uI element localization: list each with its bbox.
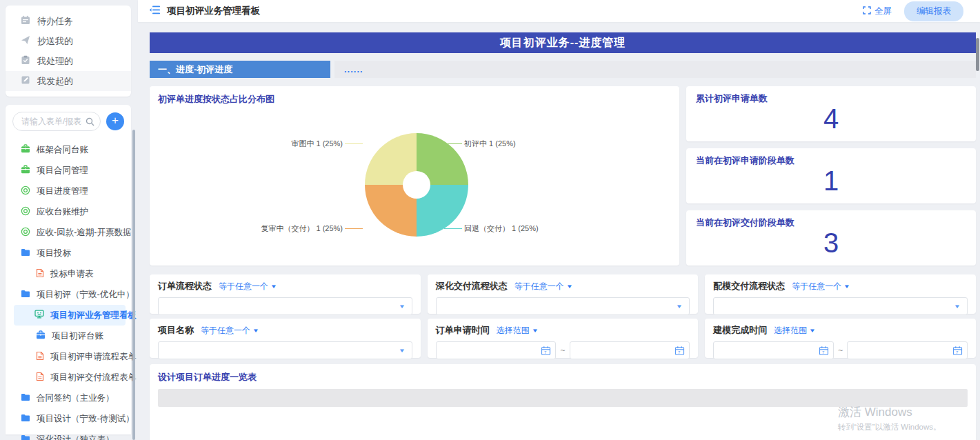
tree-item-label: 项目进度管理 (37, 186, 88, 197)
tree-item-label: 项目投标 (37, 248, 71, 259)
tree-item-initial-eval-ledger[interactable]: 项目初评台账 (6, 326, 131, 346)
leader-line (444, 143, 462, 144)
date-input-end[interactable]: 7 (847, 341, 968, 359)
chevron-down-icon: ▼ (566, 283, 572, 290)
filter-operator[interactable]: 等于任意一个▼ (219, 281, 277, 292)
stat-value: 1 (696, 164, 966, 197)
chart-title: 初评单进度按状态占比分布图 (158, 93, 671, 106)
date-input-end[interactable]: 7 (570, 341, 690, 359)
tree-item-label: 框架合同台账 (37, 144, 88, 156)
range-separator: ~ (560, 346, 565, 355)
date-input-start[interactable]: 7 (436, 341, 557, 359)
dashboard-icon (34, 310, 44, 321)
filter-operator[interactable]: 等于任意一个▼ (514, 281, 572, 292)
sidebar-item-cc-to-me[interactable]: 抄送我的 (6, 31, 131, 51)
section-tabs: 一、进度-初评进度 ...... (150, 61, 976, 78)
stat-value: 4 (696, 102, 966, 135)
tree-item-label: 应收台账维护 (37, 206, 88, 218)
dashboard-banner-title: 项目初评业务--进度管理 (150, 32, 976, 53)
chevron-down-icon: ▼ (954, 303, 961, 310)
tree-item-receivable-data[interactable]: 应收-回款-逾期-开票数据 (6, 222, 131, 243)
sidebar-item-label: 抄送我的 (37, 35, 73, 48)
target-icon (21, 206, 30, 218)
sidebar-item-started-by-me[interactable]: 我发起的 (6, 71, 131, 91)
tree-item-project-design-folder[interactable]: 项目设计（宁致-待测试） (6, 408, 131, 429)
tree-item-project-bidding-folder[interactable]: 项目投标 (6, 243, 131, 263)
svg-text:7: 7 (822, 350, 825, 354)
main-area: 项目初评业务管理看板 全屏 编辑报表 项目初评业务--进度管理 一、进度-初评进… (138, 0, 980, 440)
sidebar-tree: 框架合同台账 项目合同管理 项目进度管理 应收台账维护 应收-回款-逾期-开票数… (6, 139, 131, 440)
mold-delivery-status-select[interactable]: ▼ (713, 297, 968, 315)
topbar: 项目初评业务管理看板 全屏 编辑报表 (138, 0, 980, 22)
tree-item-initial-eval-apply-form[interactable]: 项目初评申请流程表单 (6, 346, 131, 367)
leader-line (345, 228, 363, 229)
order-flow-status-select[interactable]: ▼ (158, 297, 412, 315)
edit-report-button[interactable]: 编辑报表 (904, 1, 963, 21)
folder-icon (21, 248, 30, 259)
svg-text:7: 7 (956, 350, 959, 354)
clipboard-check-icon (21, 55, 30, 67)
svg-text:7: 7 (678, 350, 681, 354)
order-progress-table-card: 设计项目订单进度一览表 (150, 364, 976, 440)
stat-card-in-application-stage: 当前在初评申请阶段单数 1 (686, 148, 976, 203)
tree-item-clipped-folder[interactable]: 深化设计（独立表） (6, 429, 131, 440)
filter-project-name: 项目名称 等于任意一个▼ ▼ (150, 319, 421, 358)
stat-card-in-delivery-stage: 当前在初评交付阶段单数 3 (686, 210, 976, 266)
target-icon (21, 227, 30, 239)
deepen-delivery-status-select[interactable]: ▼ (436, 297, 690, 315)
tree-item-label: 深化设计（独立表） (37, 434, 114, 440)
calendar-icon: 7 (674, 346, 685, 356)
pie-chart-card: 初评单进度按状态占比分布图 审图中 1 (25%) 初评中 1 (25%) 复审… (150, 86, 679, 266)
tab-progress-initial-eval[interactable]: 一、进度-初评进度 (150, 61, 330, 78)
calendar-icon: 7 (952, 346, 963, 356)
filter-order-apply-time: 订单申请时间 选择范围▼ 7 ~ 7 (428, 319, 699, 358)
stat-cards-column: 累计初评申请单数 4 当前在初评申请阶段单数 1 当前在初评交付阶段单数 3 (686, 86, 976, 266)
chevron-down-icon: ▼ (399, 348, 406, 354)
chevron-down-icon: ▼ (676, 303, 683, 310)
main-scrollbar[interactable] (976, 38, 979, 71)
tree-item-frame-contract-ledger[interactable]: 框架合同台账 (6, 139, 131, 160)
chevron-down-icon: ▼ (399, 303, 406, 310)
tree-item-label: 项目初评台账 (52, 330, 103, 342)
tab-more[interactable]: ...... (334, 61, 976, 78)
filter-operator[interactable]: 选择范围▼ (497, 325, 538, 337)
folder-icon (21, 393, 30, 403)
tree-item-label: 项目合同管理 (37, 165, 88, 177)
tree-item-project-progress-mgmt[interactable]: 项目进度管理 (6, 181, 131, 201)
tree-item-receivable-ledger[interactable]: 应收台账维护 (6, 201, 131, 222)
filter-operator[interactable]: 选择范围▼ (774, 325, 815, 337)
date-input-start[interactable]: 7 (713, 341, 834, 359)
tree-item-bid-application-form[interactable]: 投标申请表 (6, 263, 131, 284)
filters-grid: 订单流程状态 等于任意一个▼ ▼ 深化交付流程状态 等于任意一个▼ ▼ 配模交付… (150, 274, 976, 358)
stat-value: 3 (696, 226, 966, 259)
sidebar-item-todo[interactable]: 待办任务 (6, 11, 131, 31)
calendar-icon: 7 (541, 346, 551, 356)
tree-item-initial-eval-dashboard[interactable]: 项目初评业务管理看板 (14, 305, 126, 326)
filter-operator[interactable]: 等于任意一个▼ (792, 281, 850, 292)
chevron-down-icon: ▼ (531, 328, 538, 334)
fullscreen-icon (863, 6, 871, 17)
search-icon (86, 117, 94, 129)
sidebar-item-label: 我处理的 (37, 55, 73, 68)
tree-item-contract-signing-folder[interactable]: 合同签约（主业务） (6, 388, 131, 408)
pie-label-rolled-back: 回退（交付） 1 (25%) (444, 223, 539, 234)
filter-modeling-complete-time: 建模完成时间 选择范围▼ 7 ~ 7 (705, 319, 976, 358)
collapse-menu-icon[interactable] (149, 5, 160, 17)
sidebar-item-handled-by-me[interactable]: 我处理的 (6, 51, 131, 71)
sidebar-scrollbar[interactable] (132, 130, 135, 440)
search-row: + (6, 112, 131, 131)
filter-mold-delivery-status: 配模交付流程状态 等于任意一个▼ ▼ (705, 274, 976, 314)
add-button[interactable]: + (106, 112, 124, 130)
target-icon (21, 186, 30, 197)
tree-item-initial-eval-delivery-form[interactable]: 项目初评交付流程表单 (6, 367, 131, 388)
tree-item-project-contract-mgmt[interactable]: 项目合同管理 (6, 160, 131, 181)
search-box (12, 112, 101, 131)
tree-item-initial-eval-folder[interactable]: 项目初评（宁致-优化中） (6, 284, 131, 305)
project-name-select[interactable]: ▼ (158, 341, 412, 359)
folder-icon (21, 434, 30, 440)
filter-operator[interactable]: 等于任意一个▼ (201, 325, 259, 337)
pie-label-re-review: 复审中（交付） 1 (25%) (261, 223, 363, 234)
page-title: 项目初评业务管理看板 (167, 5, 260, 17)
fullscreen-button[interactable]: 全屏 (863, 6, 892, 17)
form-tree-panel: + 框架合同台账 项目合同管理 项目进度管理 应收台账维护 (6, 105, 131, 434)
